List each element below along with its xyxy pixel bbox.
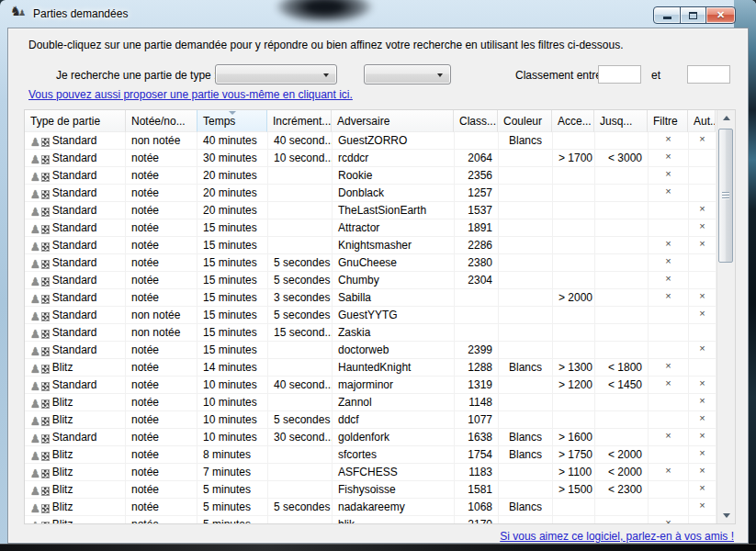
minimize-button[interactable] bbox=[653, 6, 681, 24]
close-button[interactable]: ✕ bbox=[705, 6, 736, 24]
chess-game-icon: ♟ bbox=[30, 521, 50, 523]
cell-filter bbox=[649, 481, 689, 499]
column-header-time[interactable]: Temps bbox=[197, 110, 267, 132]
cell-color bbox=[499, 219, 553, 237]
column-header-rating[interactable]: Class... bbox=[454, 110, 498, 132]
table-row[interactable]: ♟Standardnotée15 minutes3 secondesSabill… bbox=[25, 289, 735, 307]
table-row[interactable]: ♟Blitznotée10 minutesZannol1148× bbox=[25, 394, 735, 411]
cell-auto: × bbox=[689, 289, 717, 307]
cell-time: 5 minutes bbox=[197, 481, 268, 499]
game-variant-combobox[interactable] bbox=[364, 64, 451, 84]
cell-increment: 5 secondes bbox=[268, 499, 333, 516]
cell-type: ♟Blitz bbox=[25, 394, 126, 411]
column-header-label: Temps bbox=[203, 115, 235, 128]
chess-game-icon: ♟ bbox=[30, 329, 50, 340]
cell-below: < 2000 bbox=[595, 446, 649, 464]
table-row[interactable]: ♟Standardnotée10 minutes30 second...gold… bbox=[25, 429, 735, 446]
table-row[interactable]: ♟Standardnon notée40 minutes40 second...… bbox=[25, 132, 735, 150]
dialog-client-area: Double-cliquez sur une partie demandée p… bbox=[7, 28, 749, 544]
column-header-auto[interactable]: Aut... bbox=[688, 110, 716, 132]
cell-rating: 1638 bbox=[455, 429, 499, 446]
chess-game-icon: ♟ bbox=[30, 311, 50, 322]
table-row[interactable]: ♟Standardnotée15 minutesKnightsmasher228… bbox=[25, 237, 735, 254]
cell-increment: 5 secondes bbox=[268, 307, 333, 324]
table-row[interactable]: ♟Blitznotée5 minutesFishysoisse1581> 150… bbox=[25, 481, 735, 499]
column-header-above[interactable]: Acce... bbox=[552, 110, 594, 132]
scroll-up-button[interactable] bbox=[717, 110, 735, 126]
table-row[interactable]: ♟Blitznotée8 minutessfcortes1754Blancs> … bbox=[25, 446, 735, 464]
cell-opponent: blik bbox=[333, 516, 455, 523]
table-row[interactable]: ♟Standardnotée15 minutes5 secondesGnuChe… bbox=[25, 254, 735, 272]
checkerboard-icon bbox=[41, 504, 50, 513]
checkerboard-icon bbox=[41, 399, 50, 409]
cell-above bbox=[553, 516, 595, 523]
table-row[interactable]: ♟Blitznotée7 minutesASFCHESS1183> 1100< … bbox=[25, 464, 735, 481]
chess-game-icon: ♟ bbox=[30, 468, 50, 479]
pawn-icon: ♟ bbox=[30, 224, 40, 235]
chess-game-icon: ♟ bbox=[30, 224, 50, 235]
table-row[interactable]: ♟Standardnon notée15 minutes5 secondesGu… bbox=[25, 307, 735, 324]
table-row[interactable]: ♟Standardnotée15 minutesAttractor1891× bbox=[25, 219, 735, 237]
cell-opponent: Sabilla bbox=[333, 289, 455, 307]
game-type-text: Standard bbox=[52, 378, 97, 391]
cell-time: 10 minutes bbox=[197, 377, 268, 394]
rating-min-input[interactable] bbox=[598, 65, 641, 84]
table-row[interactable]: ♟Standardnotée20 minutesRookie2356× bbox=[25, 167, 735, 185]
column-header-filter[interactable]: Filtre bbox=[648, 110, 688, 132]
cell-rating: 2380 bbox=[455, 254, 499, 272]
column-header-color[interactable]: Couleur bbox=[498, 110, 552, 132]
cell-filter: × bbox=[649, 429, 689, 446]
chess-game-icon: ♟ bbox=[30, 294, 50, 305]
table-row[interactable]: ♟Blitznotée5 minutesblik2170× bbox=[25, 516, 735, 523]
cell-rating bbox=[455, 307, 499, 324]
column-header-below[interactable]: Jusq... bbox=[594, 110, 648, 132]
scrollbar-thumb[interactable] bbox=[718, 129, 733, 263]
table-row[interactable]: ♟Standardnotée20 minutesDonblack1257× bbox=[25, 185, 735, 202]
column-header-increment[interactable]: Incrément... bbox=[267, 110, 332, 132]
table-row[interactable]: ♟Blitznotée10 minutes5 secondesddcf1077× bbox=[25, 411, 735, 429]
table-row[interactable]: ♟Standardnon notée15 minutes15 second...… bbox=[25, 324, 735, 342]
chess-game-icon: ♟ bbox=[30, 137, 50, 148]
table-row[interactable]: ♟Standardnotée30 minutes10 second...rcdd… bbox=[25, 150, 735, 167]
table-row[interactable]: ♟Standardnotée20 minutesTheLastSionEarth… bbox=[25, 202, 735, 219]
scroll-down-button[interactable] bbox=[717, 508, 735, 523]
cell-type: ♟Blitz bbox=[25, 411, 126, 429]
cell-rating: 1754 bbox=[455, 446, 499, 464]
cell-rated: notée bbox=[126, 185, 197, 202]
checkerboard-icon bbox=[41, 225, 50, 234]
share-software-link[interactable]: Si vous aimez ce logiciel, parlez-en à v… bbox=[24, 530, 734, 543]
cell-auto: × bbox=[689, 411, 717, 429]
cell-above: > 1200 bbox=[553, 377, 595, 394]
cell-opponent: Zannol bbox=[333, 394, 455, 411]
cell-rated: notée bbox=[126, 394, 197, 411]
cell-opponent: Zaskia bbox=[333, 324, 455, 342]
column-header-type[interactable]: Type de partie bbox=[25, 110, 126, 132]
game-type-combobox[interactable] bbox=[215, 64, 337, 84]
checkerboard-icon bbox=[41, 365, 50, 374]
maximize-button[interactable] bbox=[680, 6, 706, 24]
cell-rating: 1288 bbox=[455, 359, 499, 377]
cell-rating: 2286 bbox=[455, 237, 499, 254]
cell-rated: notée bbox=[126, 499, 197, 516]
checkerboard-icon bbox=[41, 295, 50, 304]
table-row[interactable]: ♟Standardnotée15 minutes5 secondesChumby… bbox=[25, 272, 735, 289]
vertical-scrollbar[interactable] bbox=[717, 110, 735, 523]
chevron-down-icon bbox=[437, 73, 443, 77]
titlebar[interactable]: ♞ ♟ Parties demandées bbox=[0, 0, 756, 28]
table-row[interactable]: ♟Standardnotée15 minutesdoctorweb2399× bbox=[25, 342, 735, 359]
cell-rated: notée bbox=[126, 254, 197, 272]
cell-time: 20 minutes bbox=[197, 185, 268, 202]
cell-color bbox=[499, 289, 553, 307]
column-header-rated[interactable]: Notée/no... bbox=[126, 110, 197, 132]
cell-above: > 1100 bbox=[553, 464, 595, 481]
rating-max-input[interactable] bbox=[687, 65, 730, 84]
cell-above: > 1300 bbox=[553, 359, 595, 377]
table-row[interactable]: ♟Blitznotée14 minutesHauntedKnight1288Bl… bbox=[25, 359, 735, 377]
cell-below: < 2000 bbox=[595, 464, 649, 481]
column-header-opponent[interactable]: Adversaire bbox=[332, 110, 454, 132]
cell-above bbox=[553, 342, 595, 359]
checkerboard-icon bbox=[41, 208, 50, 217]
propose-game-link[interactable]: Vous pouvez aussi proposer une partie vo… bbox=[28, 88, 353, 101]
table-row[interactable]: ♟Blitznotée5 minutes5 secondesnadakareem… bbox=[25, 499, 735, 516]
table-row[interactable]: ♟Standardnotée10 minutes40 second...majo… bbox=[25, 377, 735, 394]
